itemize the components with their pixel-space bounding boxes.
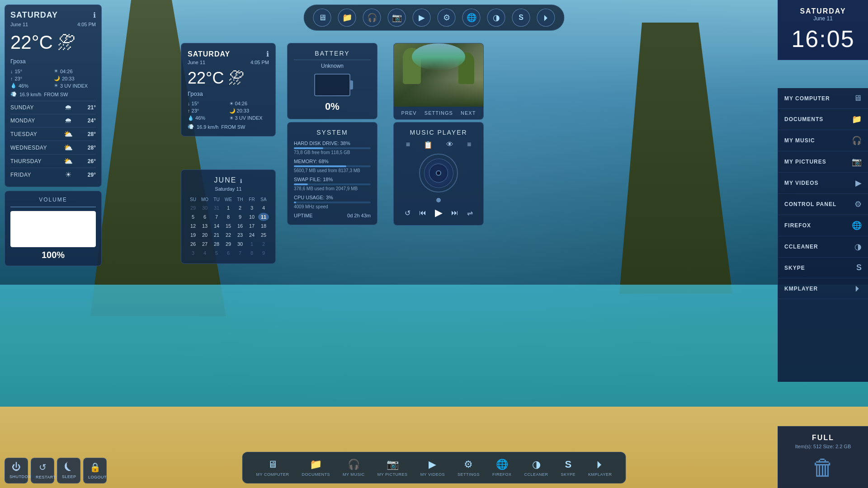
logout-button[interactable]: 🔒 LOGOUT — [83, 458, 107, 483]
cal-day[interactable]: 28 — [211, 240, 222, 248]
cal-day[interactable]: 29 — [188, 204, 198, 212]
shutdown-button[interactable]: ⏻ SHUTDOWN — [5, 458, 28, 483]
cal-day[interactable]: 19 — [188, 231, 198, 239]
cal-day[interactable]: 9 — [235, 213, 245, 221]
cal-day[interactable]: 4 — [258, 204, 269, 212]
toolbar-settings-btn[interactable]: ⚙ — [438, 9, 456, 27]
music-repeat-btn[interactable]: ↺ — [405, 209, 410, 217]
photo-next-btn[interactable]: NEXT — [461, 110, 476, 116]
taskbar-settings[interactable]: ⚙ SETTINGS — [453, 456, 484, 479]
sidebar-item-my-music[interactable]: MY MUSIC 🎧 — [778, 130, 868, 151]
sleep-label: SLEEP — [62, 474, 76, 479]
music-shuffle-btn[interactable]: ⇌ — [467, 209, 473, 217]
photo-settings-btn[interactable]: SETTINGS — [425, 110, 453, 116]
left-uv-row: ☀ 3 UV INDEX — [54, 83, 96, 89]
music-list-icon[interactable]: ≡ — [406, 141, 410, 149]
toolbar-ccleaner-btn[interactable]: ◑ — [487, 9, 505, 27]
music-player-title: MUSIC PLAYER — [400, 129, 477, 136]
cal-day[interactable]: 4 — [199, 249, 210, 257]
taskbar-settings-label: SETTINGS — [458, 472, 480, 477]
cal-day[interactable]: 15 — [223, 222, 234, 230]
toolbar-skype-btn[interactable]: S — [512, 9, 530, 27]
cal-day[interactable]: 6 — [223, 249, 234, 257]
taskbar-documents[interactable]: 📁 DOCUMENTS — [297, 456, 335, 479]
cal-day[interactable]: 10 — [246, 213, 257, 221]
cal-day[interactable]: 24 — [246, 231, 257, 239]
cal-day[interactable]: 6 — [199, 213, 210, 221]
cal-day[interactable]: 1 — [246, 240, 257, 248]
music-options-icon[interactable]: ≡ — [467, 141, 471, 149]
sidebar-item-skype[interactable]: SKYPE S — [778, 258, 868, 278]
music-play-btn[interactable]: ▶ — [435, 207, 443, 219]
music-info-icon[interactable]: 👁 — [446, 141, 453, 149]
cal-day[interactable]: 5 — [211, 249, 222, 257]
cal-day[interactable]: 23 — [235, 231, 245, 239]
music-prev-btn[interactable]: ⏮ — [419, 209, 426, 217]
left-sunset-row: 🌙 20:33 — [54, 75, 96, 81]
recycle-icon[interactable]: 🗑 — [785, 455, 861, 481]
taskbar-skype[interactable]: S SKYPE — [557, 456, 580, 479]
cal-day[interactable]: 20 — [199, 231, 210, 239]
toolbar-firefox-btn[interactable]: 🌐 — [462, 9, 481, 27]
toolbar-music-btn[interactable]: 🎧 — [363, 9, 381, 27]
taskbar-my-music[interactable]: 🎧 MY MUSIC — [338, 456, 369, 479]
cal-day[interactable]: 7 — [211, 213, 222, 221]
cal-day[interactable]: 7 — [235, 249, 245, 257]
sidebar-item-ccleaner[interactable]: CCLEANER ◑ — [778, 236, 868, 258]
cal-day[interactable]: 8 — [246, 249, 257, 257]
sidebar-item-documents[interactable]: DOCUMENTS 📁 — [778, 109, 868, 130]
taskbar-ccleaner[interactable]: ◑ CCLEANER — [520, 456, 553, 479]
toolbar-computer-btn[interactable]: 🖥 — [313, 9, 331, 27]
cal-day[interactable]: 3 — [188, 249, 198, 257]
toolbar-video-btn[interactable]: ▶ — [413, 9, 431, 27]
taskbar-firefox[interactable]: 🌐 FIREFOX — [488, 456, 516, 479]
cal-day[interactable]: 2 — [235, 204, 245, 212]
cal-day[interactable]: 1 — [223, 204, 234, 212]
cal-day[interactable]: 2 — [258, 240, 269, 248]
taskbar-my-videos[interactable]: ▶ MY VIDEOS — [416, 456, 449, 479]
cal-day[interactable]: 17 — [246, 222, 257, 230]
center-wind: 💨 16.9 km/h FROM SW — [188, 124, 269, 130]
sidebar-item-kmplayer[interactable]: KMPLAYER ⏵ — [778, 278, 868, 299]
cal-day[interactable]: 25 — [258, 231, 269, 239]
cal-day[interactable]: 14 — [211, 222, 222, 230]
recycle-info: Item(s): 512 Size: 2.2 GB — [785, 444, 861, 449]
cal-day[interactable]: 21 — [211, 231, 222, 239]
cal-day[interactable]: 16 — [235, 222, 245, 230]
toolbar-camera-btn[interactable]: 📷 — [388, 9, 406, 27]
sidebar-item-my-pictures[interactable]: MY PICTURES 📷 — [778, 151, 868, 173]
cal-day[interactable]: 27 — [199, 240, 210, 248]
cal-day[interactable]: 18 — [258, 222, 269, 230]
sidebar-item-firefox[interactable]: FIREFOX 🌐 — [778, 215, 868, 236]
cal-day[interactable]: 5 — [188, 213, 198, 221]
sidebar-item-my-computer[interactable]: MY COMPUTER 🖥 — [778, 88, 868, 109]
toolbar-documents-btn[interactable]: 📁 — [338, 9, 356, 27]
cal-today[interactable]: 11 — [258, 213, 269, 221]
cal-day[interactable]: 22 — [223, 231, 234, 239]
cal-day[interactable]: 31 — [211, 204, 222, 212]
music-eq-icon[interactable]: 📋 — [424, 141, 433, 149]
photo-prev-btn[interactable]: PREV — [401, 110, 417, 116]
forecast-sunday-icon: 🌧 — [65, 103, 72, 112]
volume-bar-container[interactable] — [10, 211, 96, 247]
cal-day[interactable]: 30 — [199, 204, 210, 212]
sidebar-item-my-videos[interactable]: MY VIDEOS ▶ — [778, 173, 868, 194]
cal-day[interactable]: 3 — [246, 204, 257, 212]
cal-day[interactable]: 29 — [223, 240, 234, 248]
cal-day[interactable]: 8 — [223, 213, 234, 221]
cal-day[interactable]: 26 — [188, 240, 198, 248]
cal-day[interactable]: 13 — [199, 222, 210, 230]
cal-day[interactable]: 30 — [235, 240, 245, 248]
taskbar-my-pictures[interactable]: 📷 MY PICTURES — [373, 456, 412, 479]
sleep-button[interactable]: ⏾ SLEEP — [57, 458, 80, 483]
toolbar-kmplayer-btn[interactable]: ⏵ — [537, 9, 555, 27]
music-next-btn[interactable]: ⏭ — [451, 209, 458, 217]
taskbar-my-computer[interactable]: 🖥 MY COMPUTER — [252, 456, 294, 479]
system-hdd-bar — [294, 147, 371, 149]
cal-day[interactable]: 9 — [258, 249, 269, 257]
sidebar-icon-my-videos: ▶ — [855, 178, 862, 188]
taskbar-kmplayer[interactable]: ⏵ KMPLAYER — [584, 456, 616, 479]
restart-button[interactable]: ↺ RESTART — [31, 458, 54, 483]
cal-day[interactable]: 12 — [188, 222, 198, 230]
sidebar-item-control-panel[interactable]: CONTROL PANEL ⚙ — [778, 194, 868, 215]
